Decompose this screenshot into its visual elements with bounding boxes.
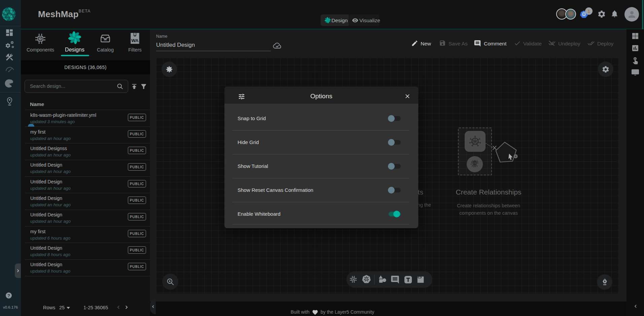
svg-text:WA: WA [131, 38, 139, 43]
